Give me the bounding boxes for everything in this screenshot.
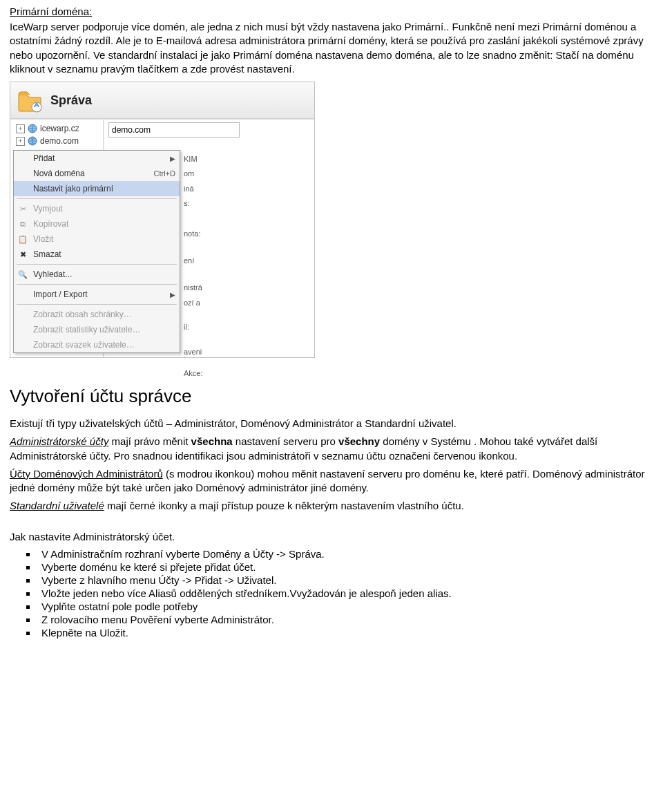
menu-import-export[interactable]: Import / Export ▶ <box>14 287 180 302</box>
side-label: KIM <box>181 152 222 167</box>
side-label: ení <box>181 254 222 268</box>
paragraph-howto: Jak nastavíte Administrátorský účet. <box>10 530 653 544</box>
tree-expand-icon[interactable]: + <box>16 137 25 146</box>
menu-label: Nastavit jako primární <box>33 184 113 193</box>
tree-label: demo.com <box>40 136 79 146</box>
paragraph-standard-users: Standardní uživatelé mají černé ikonky a… <box>10 499 653 513</box>
blank-icon <box>17 324 29 335</box>
blank-icon <box>17 153 29 164</box>
menu-show-stats[interactable]: Zobrazit statistiky uživatele… <box>14 322 180 337</box>
submenu-arrow-icon: ▶ <box>170 291 175 299</box>
menu-label: Vložit <box>33 234 53 244</box>
menu-show-bundle[interactable]: Zobrazit svazek uživatele… <box>14 337 180 352</box>
menu-separator <box>17 264 177 265</box>
tree-expand-icon[interactable]: + <box>16 124 25 133</box>
shortcut: Ctrl+D <box>154 169 175 178</box>
blank-icon <box>17 309 29 320</box>
text: nastavení serveru pro <box>233 435 338 447</box>
side-label: aveni <box>181 345 222 359</box>
blank-icon <box>17 183 29 194</box>
side-label: ozí a <box>181 296 222 310</box>
paste-icon: 📋 <box>17 234 29 245</box>
text-bold-vsechny: všechny <box>338 435 380 447</box>
menu-copy[interactable]: ⧉ Kopírovat <box>14 216 180 232</box>
tree-label: icewarp.cz <box>40 124 79 133</box>
screenshot-sprava: Správa + icewarp.cz + demo.com Přidat ▶ <box>10 82 315 358</box>
menu-separator <box>17 304 177 305</box>
menu-paste[interactable]: 📋 Vložit <box>14 232 180 247</box>
menu-show-folder[interactable]: Zobrazit obsah schránky… <box>14 307 180 322</box>
tree-item-icewarp[interactable]: + icewarp.cz <box>13 122 103 135</box>
text-domain-admins: Účty Doménových Administrátorů <box>10 468 163 480</box>
list-item: Vyberte doménu ke které si přejete přida… <box>37 561 653 573</box>
list-item: Vyberte z hlavního menu Účty -> Přidat -… <box>37 574 653 586</box>
submenu-arrow-icon: ▶ <box>170 155 175 162</box>
folder-icon <box>16 86 44 114</box>
menu-label: Zobrazit obsah schránky… <box>33 310 132 319</box>
blank-icon <box>17 168 29 179</box>
cropped-side-labels: KIM om iná s: nota: ení nistrá ozí a il:… <box>181 151 222 381</box>
menu-label: Kopírovat <box>33 219 68 229</box>
list-item: Vložte jeden nebo více Aliasů oddělených… <box>37 587 653 599</box>
menu-label: Smazat <box>33 249 61 259</box>
menu-label: Vymjout <box>33 204 63 214</box>
menu-cut[interactable]: ✂ Vymjout <box>14 201 180 216</box>
svg-point-1 <box>35 103 38 106</box>
menu-label: Nová doména <box>33 169 85 178</box>
menu-label: Import / Export <box>33 290 88 299</box>
list-item: Z rolovacího menu Pověření vyberte Admin… <box>37 614 653 625</box>
text: mají právo měnit <box>108 435 191 447</box>
menu-label: Přidat <box>33 153 55 163</box>
text-standard-users: Standardní uživatelé <box>10 500 104 511</box>
paragraph-admin-accounts: Administrátorské účty mají právo měnit v… <box>10 435 653 463</box>
paragraph-domain-admins: Účty Doménových Administrátorů (s modrou… <box>10 467 653 495</box>
copy-icon: ⧉ <box>17 218 29 229</box>
steps-list: V Administračním rozhraní vyberte Domény… <box>37 548 653 639</box>
heading-create-admin-account: Vytvoření účtu správce <box>10 386 653 407</box>
screenshot-title: Správa <box>50 93 92 108</box>
menu-delete[interactable]: ✖ Smazat <box>14 247 180 262</box>
list-item: Vyplňte ostatní pole podle potřeby <box>37 601 653 612</box>
menu-separator <box>17 284 177 285</box>
side-label: iná <box>181 182 222 196</box>
list-item: Klepněte na Uložit. <box>37 627 653 639</box>
scissors-icon: ✂ <box>17 203 29 214</box>
paragraph-primary-domain: IceWarp server podporuje více domén, ale… <box>10 20 653 76</box>
domain-name-input[interactable] <box>108 122 240 138</box>
globe-icon <box>28 124 37 133</box>
text: mají černé ikonky a mají přístup pouze k… <box>104 500 464 511</box>
menu-new-domain[interactable]: Nová doména Ctrl+D <box>14 166 180 181</box>
side-label: nistrá <box>181 281 222 295</box>
menu-label: Vyhledat... <box>33 270 72 279</box>
screenshot-header: Správa <box>10 82 314 119</box>
side-label: il: <box>181 320 222 334</box>
delete-icon: ✖ <box>17 249 29 260</box>
side-label: Akce: <box>181 366 222 381</box>
menu-set-primary[interactable]: Nastavit jako primární <box>14 181 180 196</box>
list-item: V Administračním rozhraní vyberte Domény… <box>37 548 653 560</box>
side-label: s: <box>181 196 222 211</box>
side-label: om <box>181 167 222 181</box>
blank-icon <box>17 339 29 350</box>
menu-add[interactable]: Přidat ▶ <box>14 151 180 166</box>
menu-label: Zobrazit svazek uživatele… <box>33 340 135 350</box>
tree-item-demo[interactable]: + demo.com <box>13 135 103 147</box>
menu-separator <box>17 198 177 199</box>
blank-icon <box>17 289 29 300</box>
menu-label: Zobrazit statistiky uživatele… <box>33 325 140 334</box>
heading-primary-domain: Primární doména: <box>10 6 653 17</box>
context-menu: Přidat ▶ Nová doména Ctrl+D Nastavit jak… <box>13 150 180 353</box>
domain-tree: + icewarp.cz + demo.com Přidat ▶ Nová do… <box>10 120 104 357</box>
menu-search[interactable]: 🔍 Vyhledat... <box>14 267 180 282</box>
side-label: nota: <box>181 227 222 241</box>
paragraph-account-types: Existují tři typy uživatelských účtů – A… <box>10 417 653 431</box>
text-admin-accounts: Administrátorské účty <box>10 435 108 447</box>
globe-icon <box>28 136 37 146</box>
text-bold-vsechna: všechna <box>191 435 233 447</box>
search-icon: 🔍 <box>17 269 29 280</box>
